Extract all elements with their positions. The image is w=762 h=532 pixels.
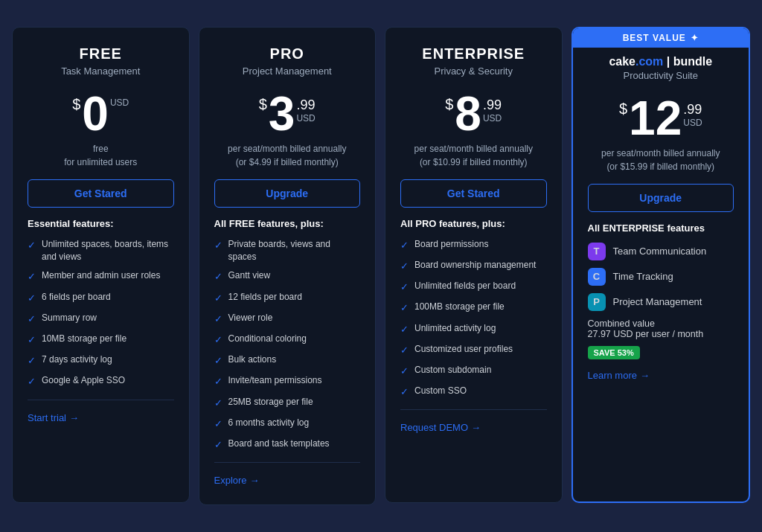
explore-link[interactable]: Explore → [214,475,260,486]
plan-name-bundle: cake.com | bundle [588,55,734,68]
check-icon: ✓ [28,333,36,347]
plan-card-enterprise: ENTERPRISE Privacy & Security $ 8 .99 US… [385,27,563,503]
check-icon: ✓ [400,301,409,315]
check-icon: ✓ [214,313,222,326]
learn-more-link[interactable]: Learn more → [588,370,650,381]
plan-card-free: FREE Task Management $ 0 USD free for un… [12,27,190,503]
check-icon: ✓ [400,385,409,399]
time-tracking-icon: C [588,268,606,286]
team-communication-icon: T [588,243,606,260]
check-icon: ✓ [28,292,36,305]
list-item: ✓Customized user profiles [400,343,547,357]
plan-name-enterprise: ENTERPRISE [400,45,547,63]
list-item: ✓6 fields per board [28,291,174,305]
list-item: ✓Board and task templates [214,438,361,452]
list-item: ✓Viewer role [214,312,361,326]
price-dollar-bundle: $ [619,100,627,118]
list-item: ✓7 days activity log [28,353,174,368]
check-icon: ✓ [400,239,409,252]
check-icon: ✓ [214,438,222,452]
plan-name-pro: PRO [214,45,361,63]
list-item: ✓100MB storage per file [400,301,547,315]
plan-subtitle-pro: Project Management [214,65,361,77]
list-item: ✓Google & Apple SSO [28,374,174,388]
cta-button-pro[interactable]: Upgrade [214,179,361,208]
list-item: ✓Custom subdomain [400,364,547,378]
list-item: ✓25MB storage per file [214,396,361,410]
check-icon: ✓ [400,365,409,378]
list-item: ✓12 fields per board [214,291,361,305]
price-row-pro: $ 3 .99 USD [214,90,361,138]
cta-button-enterprise[interactable]: Get Stared [400,179,547,208]
check-icon: ✓ [214,270,222,283]
list-item: ✓Private boards, views and spaces [214,238,361,263]
best-value-badge: BEST VALUE ✦ [573,28,749,48]
plan-subtitle-free: Task Management [28,65,174,77]
check-icon: ✓ [28,375,36,388]
check-icon: ✓ [28,354,36,368]
price-main-bundle: 12 [629,94,682,142]
list-item: ✓Unlimited spaces, boards, items and vie… [28,238,174,263]
price-dollar-free: $ [72,96,80,113]
check-icon: ✓ [28,313,36,326]
save-badge: SAVE 53% [588,346,640,359]
features-label-free: Essential features: [28,218,174,229]
divider [400,409,547,410]
price-dollar-pro: $ [259,96,267,113]
price-main-pro: 3 [269,90,295,138]
plan-card-pro: PRO Project Management $ 3 .99 USD per s… [199,27,377,505]
list-item: ✓Invite/team permissions [214,374,361,388]
app-row-team-comm: T Team Communication [588,243,734,260]
plan-name-free: FREE [28,45,174,63]
price-desc-bundle: per seat/month billed annually (or $15.9… [588,147,734,173]
app-row-time-tracking: C Time Tracking [588,268,734,286]
price-main-enterprise: 8 [455,90,481,138]
check-icon: ✓ [400,260,409,273]
divider [214,462,361,463]
price-usd-enterprise: .99 USD [483,97,502,124]
plan-card-bundle: BEST VALUE ✦ cake.com | bundle Productiv… [572,27,751,503]
list-item: ✓Board ownership management [400,259,547,273]
check-icon: ✓ [400,323,409,336]
check-icon: ✓ [214,397,222,410]
cta-button-free[interactable]: Get Stared [28,179,174,208]
list-item: ✓Summary row [28,312,174,326]
check-icon: ✓ [400,281,409,294]
price-desc-pro: per seat/month billed annually (or $4.99… [214,142,361,169]
list-item: ✓Board permissions [400,238,547,252]
start-trial-link[interactable]: Start trial → [28,412,79,423]
check-icon: ✓ [214,375,222,388]
price-main-free: 0 [82,90,109,138]
price-usd-pro: .99 USD [296,97,315,124]
check-icon: ✓ [214,239,222,252]
list-item: ✓6 months activity log [214,417,361,431]
list-item: ✓Conditional coloring [214,333,361,347]
check-icon: ✓ [214,417,222,431]
app-row-project-mgmt: P Project Management [588,293,734,311]
plan-subtitle-bundle: Productivity Suite [588,70,734,81]
check-icon: ✓ [214,333,222,347]
price-desc-free: free for unlimited users [28,142,174,169]
price-row-free: $ 0 USD [28,90,174,138]
check-icon: ✓ [400,344,409,357]
check-icon: ✓ [214,292,222,305]
price-desc-enterprise: per seat/month billed annually (or $10.9… [400,142,547,169]
check-icon: ✓ [28,239,36,252]
price-row-enterprise: $ 8 .99 USD [400,90,547,138]
project-management-icon: P [588,293,606,311]
features-label-bundle: All ENTERPRISE features [588,222,734,234]
list-item: ✓Gantt view [214,269,361,283]
check-icon: ✓ [214,354,222,368]
check-icon: ✓ [28,270,36,283]
plan-subtitle-enterprise: Privacy & Security [400,65,547,77]
list-item: ✓Bulk actions [214,353,361,368]
feature-list-free: ✓Unlimited spaces, boards, items and vie… [28,238,174,389]
divider [28,400,174,400]
price-dollar-enterprise: $ [445,96,453,113]
features-label-pro: All FREE features, plus: [214,218,361,229]
pricing-container: FREE Task Management $ 0 USD free for un… [0,12,762,520]
request-demo-link[interactable]: Request DEMO → [400,422,481,433]
features-label-enterprise: All PRO features, plus: [400,218,547,229]
cta-button-bundle[interactable]: Upgrade [588,184,734,212]
price-row-bundle: $ 12 .99 USD [588,94,734,142]
